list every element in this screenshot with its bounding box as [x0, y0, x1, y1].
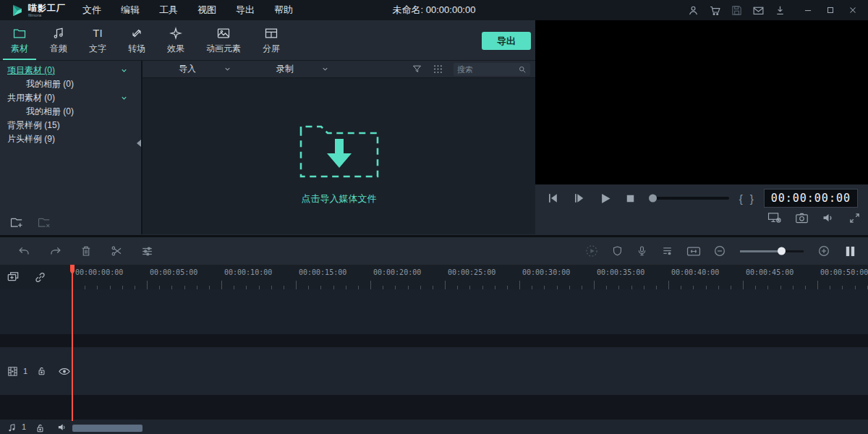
render-preview-icon[interactable]	[584, 244, 599, 258]
import-dropzone[interactable]: 点击导入媒体文件	[295, 116, 383, 205]
video-viewport[interactable]	[535, 20, 868, 184]
menu-file[interactable]: 文件	[82, 4, 101, 17]
tab-effects[interactable]: 效果	[156, 20, 195, 60]
tab-text[interactable]: TI 文字	[78, 20, 117, 60]
snapshot-camera-icon[interactable]	[795, 212, 809, 224]
import-folder-icon	[295, 116, 383, 182]
stop-button[interactable]	[624, 192, 637, 205]
timeline-zoom-slider[interactable]	[740, 250, 804, 252]
tree-item-intro-samples[interactable]: 片头样例 (9)	[0, 132, 141, 146]
track-divider	[0, 334, 868, 347]
tree-item-my-album-1[interactable]: 我的相册 (0)	[0, 77, 141, 91]
zoom-slider-handle[interactable]	[778, 247, 786, 255]
play-button[interactable]	[597, 191, 613, 206]
properties-sliders-icon[interactable]	[140, 244, 154, 258]
download-update-icon[interactable]	[774, 4, 786, 17]
mute-track-icon[interactable]	[56, 422, 68, 433]
tab-media[interactable]: 素材	[0, 20, 39, 60]
preview-scrubber[interactable]	[649, 197, 729, 200]
tree-item-label: 片头样例 (9)	[7, 133, 55, 145]
tab-audio[interactable]: 音频	[39, 20, 78, 60]
close-button[interactable]	[848, 5, 858, 15]
tree-item-shared-media[interactable]: 共用素材 (0)	[0, 91, 141, 105]
ruler-major-tick	[296, 281, 297, 289]
mark-in-button[interactable]: {	[739, 192, 743, 205]
maximize-button[interactable]	[825, 5, 835, 15]
delete-folder-icon[interactable]	[38, 216, 52, 229]
timeline-horizontal-scrollbar[interactable]	[72, 425, 142, 432]
link-clips-icon[interactable]	[33, 271, 47, 284]
text-icon: TI	[93, 26, 102, 41]
mark-out-button[interactable]: }	[750, 192, 754, 205]
menu-help[interactable]: 帮助	[274, 4, 293, 17]
add-folder-icon[interactable]	[10, 216, 25, 229]
dropzone-label: 点击导入媒体文件	[302, 192, 377, 205]
tab-splitscreen[interactable]: 分屏	[252, 20, 291, 60]
minimize-button[interactable]	[803, 5, 813, 15]
import-dropdown[interactable]: 导入	[179, 63, 231, 75]
mail-icon[interactable]	[752, 4, 765, 17]
shield-icon[interactable]	[611, 244, 624, 258]
timeline-empty-lane[interactable]	[0, 289, 868, 334]
delete-icon[interactable]	[80, 244, 93, 258]
filter-icon[interactable]	[412, 64, 422, 75]
tree-item-background-samples[interactable]: 背景样例 (15)	[0, 119, 141, 132]
tab-transition[interactable]: 转场	[117, 20, 156, 60]
video-track[interactable]: 1	[0, 347, 868, 395]
chevron-down-icon[interactable]	[120, 94, 128, 102]
toggle-visibility-eye-icon[interactable]	[58, 366, 71, 377]
lock-track-icon[interactable]	[35, 422, 46, 434]
menu-edit[interactable]: 编辑	[121, 4, 140, 17]
next-frame-button[interactable]	[571, 191, 586, 205]
undo-icon[interactable]	[17, 244, 31, 258]
zoom-out-icon[interactable]	[713, 244, 726, 258]
tab-label: 分屏	[263, 43, 280, 55]
microphone-icon[interactable]	[636, 244, 648, 258]
audio-mixer-icon[interactable]	[660, 244, 674, 258]
lock-track-icon[interactable]	[36, 365, 47, 377]
menu-export[interactable]: 导出	[236, 4, 255, 17]
sparkle-icon	[169, 26, 183, 41]
tab-label: 素材	[11, 43, 28, 55]
split-scissors-icon[interactable]	[110, 244, 123, 258]
add-track-icon[interactable]	[6, 270, 20, 284]
tree-item-my-album-2[interactable]: 我的相册 (0)	[0, 105, 141, 119]
fullscreen-icon[interactable]	[848, 212, 861, 224]
chevron-down-icon	[321, 65, 329, 73]
panel-layout-icon[interactable]	[843, 244, 858, 259]
ruler[interactable]: 00:00:00:0000:00:05:0000:00:10:0000:00:1…	[72, 265, 868, 289]
ruler-major-tick	[445, 281, 446, 289]
collapse-panel-icon[interactable]	[136, 139, 142, 148]
previous-frame-button[interactable]	[545, 191, 560, 205]
scrubber-handle[interactable]	[649, 195, 657, 203]
account-icon[interactable]	[687, 4, 699, 17]
store-cart-icon[interactable]	[709, 4, 721, 17]
record-dropdown[interactable]: 录制	[276, 63, 329, 75]
chevron-down-icon	[224, 65, 231, 73]
volume-icon[interactable]	[822, 212, 835, 224]
fit-timeline-icon[interactable]	[686, 245, 701, 258]
redo-icon[interactable]	[48, 244, 62, 258]
save-icon[interactable]	[731, 4, 743, 17]
tab-elements[interactable]: 动画元素	[195, 20, 252, 60]
zoom-in-icon[interactable]	[817, 244, 830, 258]
app-logo: 喵影工厂 filmora	[0, 4, 75, 17]
tree-item-project-media[interactable]: 项目素材 (0)	[0, 64, 141, 77]
chevron-down-icon[interactable]	[120, 67, 128, 75]
image-icon	[216, 26, 231, 41]
ruler-label: 00:00:45:00	[746, 268, 793, 276]
display-settings-icon[interactable]	[767, 211, 782, 224]
tree-item-label: 我的相册 (0)	[26, 78, 74, 90]
ruler-major-tick	[370, 281, 371, 289]
tab-label: 效果	[167, 43, 184, 55]
menu-view[interactable]: 视图	[197, 4, 216, 17]
video-track-icon	[7, 365, 19, 378]
export-button[interactable]: 导出	[482, 32, 531, 50]
playhead-line[interactable]	[72, 273, 73, 421]
search-input[interactable]	[457, 65, 518, 74]
grid-view-icon[interactable]	[433, 64, 443, 75]
search-icon[interactable]	[518, 65, 527, 74]
menu-tools[interactable]: 工具	[159, 4, 178, 17]
ruler-label: 00:00:25:00	[448, 268, 495, 276]
folder-icon	[12, 26, 27, 41]
